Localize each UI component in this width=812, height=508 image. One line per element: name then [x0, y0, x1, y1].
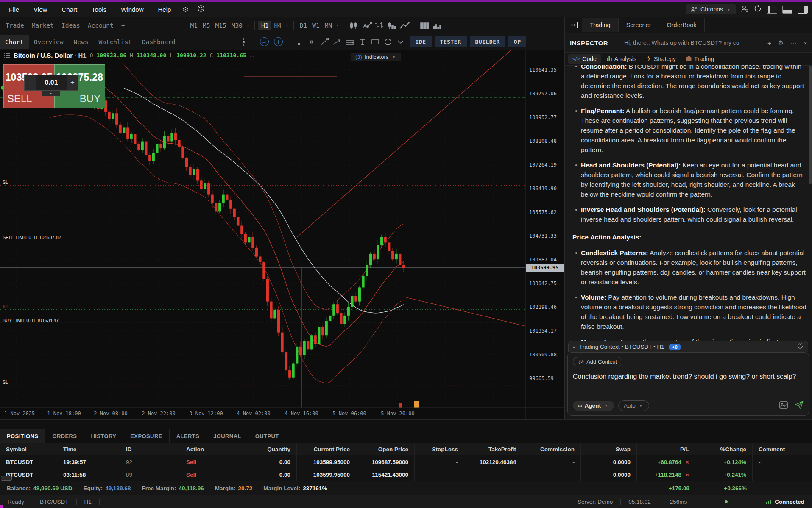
parallel-lines-tool-icon[interactable] — [343, 36, 356, 47]
timeframe-h1[interactable]: H1 — [258, 21, 271, 30]
add-context-button[interactable]: @ Add Context — [573, 357, 622, 366]
tester-button[interactable]: TESTER — [435, 36, 467, 47]
horizontal-scrollbar[interactable] — [1, 476, 12, 481]
quantity-dropdown-button[interactable]: ▾ — [42, 91, 60, 96]
optimizer-button[interactable]: OP — [508, 36, 527, 47]
symbol-title[interactable]: Bitcoin / U.S. Dollar · H1 — [14, 52, 87, 59]
toggle-left-panel-icon[interactable] — [767, 6, 777, 14]
tab-dashboard[interactable]: Dashboard — [137, 35, 181, 49]
status-symbol[interactable]: BTC/USDT — [32, 499, 76, 505]
collapse-chevron-icon[interactable]: ▴ — [573, 344, 575, 349]
timeframe-m1[interactable]: M1 — [188, 22, 200, 29]
nav-ideas[interactable]: Ideas — [58, 22, 84, 29]
menu-window[interactable]: Window — [114, 6, 151, 13]
tab-chart[interactable]: Chart — [0, 35, 29, 49]
menu-view[interactable]: View — [26, 6, 54, 13]
tab-alerts[interactable]: ALERTS — [170, 429, 206, 443]
conversation-title[interactable]: Hi, there.. Whats up with BTCUSDT? my cu — [624, 39, 739, 46]
ide-button[interactable]: IDE — [410, 36, 432, 47]
ellipse-tool-icon[interactable] — [382, 36, 394, 47]
toggle-right-panel-icon[interactable] — [798, 6, 808, 14]
user-settings-icon[interactable] — [741, 5, 749, 14]
rectangle-tool-icon[interactable] — [369, 36, 382, 47]
timeframe-w1[interactable]: W1 — [310, 22, 322, 29]
nav-trade[interactable]: Trade — [2, 22, 28, 29]
context-refresh-icon[interactable] — [797, 343, 804, 351]
tab-trading[interactable]: Trading — [582, 18, 619, 32]
more-options-icon[interactable]: ··· — [790, 39, 797, 47]
vertical-line-tool-icon[interactable] — [293, 36, 305, 47]
tab-positions[interactable]: POSITIONS — [0, 429, 45, 443]
theme-palette-icon[interactable] — [193, 5, 209, 14]
candlestick-chart-type-icon[interactable] — [348, 20, 360, 31]
nav-add-tab[interactable]: + — [117, 22, 129, 29]
tab-orders[interactable]: ORDERS — [45, 429, 84, 443]
trendline-tool-icon[interactable] — [318, 36, 331, 47]
tab-news[interactable]: News — [69, 35, 94, 49]
close-position-button[interactable]: × — [686, 459, 689, 465]
nav-market[interactable]: Market — [28, 22, 58, 29]
timeframe-h4[interactable]: H4 — [271, 22, 284, 29]
quantity-value[interactable]: 0.01 — [36, 75, 67, 90]
chevron-down-icon[interactable]: ▾ — [245, 23, 251, 28]
chevron-down-icon[interactable]: ▾ — [335, 23, 340, 28]
close-inspector-icon[interactable]: × — [804, 39, 807, 47]
menu-chart[interactable]: Chart — [54, 6, 84, 13]
bar-chart-type-icon[interactable] — [373, 20, 386, 31]
close-position-button[interactable]: × — [686, 472, 689, 478]
subtab-trading[interactable]: Trading — [682, 54, 718, 64]
price-chart-area[interactable]: 110641.35109797.06108952.77108108.481072… — [0, 50, 565, 419]
trading-context-bar[interactable]: ▴ Trading Context • BTCUSDT • H1 +0 — [568, 341, 808, 352]
toggle-bottom-panel-icon[interactable] — [782, 6, 792, 14]
robot-assistant-icon[interactable] — [565, 17, 582, 33]
send-message-icon[interactable] — [795, 401, 804, 411]
panel-scrollbar[interactable] — [809, 66, 812, 184]
timeframe-mn[interactable]: MN — [322, 22, 335, 29]
profile-selector[interactable]: Chronos ▾ — [686, 4, 736, 14]
tab-screener[interactable]: Screener — [619, 18, 659, 32]
text-tool-icon[interactable] — [356, 36, 369, 47]
crosshair-icon[interactable] — [237, 36, 250, 47]
message-composer[interactable]: @ Add Context Conclusion regarding the m… — [567, 352, 809, 416]
subtab-code[interactable]: </>Code — [568, 54, 601, 64]
tab-overview[interactable]: Overview — [29, 35, 69, 49]
subtab-strategy[interactable]: Strategy — [642, 54, 680, 64]
chevron-down-icon[interactable]: ▾ — [284, 23, 290, 28]
model-selector[interactable]: Auto ▾ — [618, 400, 649, 411]
indicators-dropdown[interactable]: (3) Indicators ▾ — [351, 53, 401, 61]
nav-account[interactable]: Account — [84, 22, 117, 29]
area-line-chart-type-icon[interactable] — [399, 20, 411, 31]
message-input[interactable]: Conclusion regarding the market trend? s… — [573, 372, 802, 382]
histogram-icon[interactable] — [431, 20, 444, 31]
tab-output[interactable]: OUTPUT — [248, 429, 286, 443]
horizontal-line-tool-icon[interactable] — [305, 36, 318, 47]
candle-volume-chart-type-icon[interactable] — [386, 20, 399, 31]
arrow-line-tool-icon[interactable] — [331, 36, 343, 47]
status-timeframe[interactable]: H1 — [77, 499, 99, 505]
series-list-icon[interactable] — [3, 53, 10, 58]
legend-more[interactable]: ... — [250, 52, 254, 58]
zoom-out-icon[interactable]: − — [260, 37, 269, 46]
quantity-decrease-button[interactable]: - — [25, 78, 36, 87]
tab-journal[interactable]: JOURNAL — [206, 429, 248, 443]
zoom-in-icon[interactable]: + — [274, 37, 283, 46]
menu-file[interactable]: File — [2, 6, 26, 13]
sync-refresh-icon[interactable] — [754, 5, 762, 14]
tab-watchlist[interactable]: Watchlist — [93, 35, 137, 49]
settings-gear-icon[interactable]: ⚙ — [178, 6, 193, 14]
timeframe-m5[interactable]: M5 — [200, 22, 212, 29]
quantity-increase-button[interactable]: + — [67, 78, 78, 87]
timeframe-m15[interactable]: M15 — [212, 22, 229, 29]
timeframe-m30[interactable]: M30 — [229, 22, 245, 29]
tab-history[interactable]: HISTORY — [84, 429, 123, 443]
builder-button[interactable]: BUILDER — [470, 36, 505, 47]
inspector-settings-icon[interactable]: ⚙ — [778, 39, 784, 47]
subtab-analysis[interactable]: Analysis — [603, 54, 641, 64]
timeframe-d1[interactable]: D1 — [297, 22, 310, 29]
menu-help[interactable]: Help — [151, 6, 179, 13]
tab-orderbook[interactable]: OrderBook — [659, 18, 704, 32]
volume-bars-icon[interactable] — [419, 20, 431, 31]
tab-exposure[interactable]: EXPOSURE — [123, 429, 169, 443]
position-row[interactable]: BTCUSDT19:39:57 92Sell 0.00103599.95000 … — [0, 455, 812, 469]
new-chat-icon[interactable]: + — [767, 39, 771, 47]
